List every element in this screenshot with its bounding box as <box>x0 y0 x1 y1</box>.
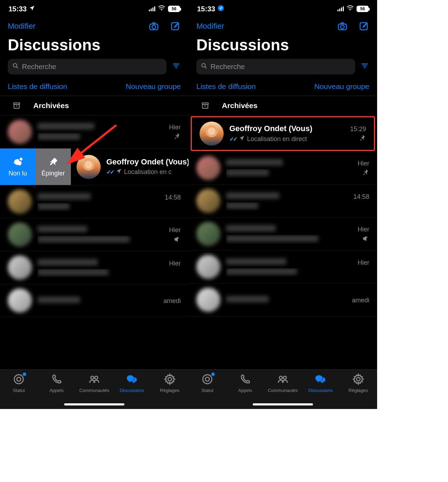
status-ring-icon <box>201 373 213 386</box>
wifi-icon <box>158 5 165 13</box>
svg-line-5 <box>17 67 18 68</box>
filter-button[interactable] <box>360 61 369 72</box>
tab-communities[interactable]: Communautés <box>264 373 302 393</box>
chat-row[interactable]: 14:58 <box>0 185 189 218</box>
status-ring-icon <box>13 373 25 386</box>
search-input[interactable]: Recherche <box>8 59 167 74</box>
svg-point-32 <box>203 375 212 384</box>
pin-icon <box>359 135 366 144</box>
avatar <box>8 190 32 214</box>
chat-bubbles-icon <box>314 373 326 386</box>
edit-button[interactable]: Modifier <box>196 22 224 31</box>
cellular-signal-icon <box>149 6 155 11</box>
avatar <box>196 255 220 279</box>
chat-name: Geoffroy Ondet (Vous) <box>106 157 189 167</box>
camera-button[interactable] <box>337 21 348 32</box>
chat-name-blurred <box>226 295 269 304</box>
avatar <box>77 155 101 179</box>
tab-calls[interactable]: Appels <box>226 373 264 393</box>
mute-icon <box>362 235 369 244</box>
archived-row[interactable]: Archivées <box>189 96 377 116</box>
tab-label: Réglages <box>348 388 368 393</box>
chat-row[interactable]: Hier <box>0 218 189 251</box>
chat-row[interactable]: Hier <box>189 251 377 284</box>
search-input[interactable]: Recherche <box>196 59 355 74</box>
chat-row[interactable]: amedi <box>189 284 377 316</box>
chat-row[interactable]: Hier <box>0 116 189 148</box>
chat-preview: Localisation en direct <box>247 135 307 143</box>
tab-label: Statut <box>13 388 25 393</box>
tab-status[interactable]: Statut <box>189 373 226 393</box>
archived-label: Archivées <box>222 101 257 110</box>
tab-communities[interactable]: Communautés <box>75 373 113 393</box>
location-arrow-icon <box>29 5 35 13</box>
tab-bar: Statut Appels Communautés Discussions Ré… <box>189 369 377 409</box>
compose-button[interactable] <box>358 21 369 32</box>
highlighted-chat-row: Geoffroy Ondet (Vous) 15:29 ✓✓ Localisat… <box>191 116 375 151</box>
svg-point-35 <box>283 376 286 380</box>
pin-icon <box>174 133 181 142</box>
chat-row[interactable]: Hier <box>189 152 377 185</box>
filter-button[interactable] <box>172 61 181 72</box>
chat-name-blurred <box>226 224 276 234</box>
home-indicator <box>64 403 124 405</box>
chat-row[interactable]: 14:58 <box>189 185 377 218</box>
tab-settings[interactable]: Réglages <box>151 373 189 393</box>
battery-indicator: 56 <box>168 6 180 12</box>
status-time: 15:33 <box>197 5 215 13</box>
avatar <box>196 189 220 213</box>
chat-row[interactable]: Hier <box>189 218 377 251</box>
chat-preview-blurred <box>38 236 130 244</box>
archived-row[interactable]: Archivées <box>0 96 189 116</box>
chat-row[interactable]: Geoffroy Ondet (Vous) 15:29 ✓✓ Localisat… <box>192 117 374 150</box>
chat-name-blurred <box>226 258 286 267</box>
location-icon <box>239 135 245 143</box>
pin-icon <box>362 169 369 178</box>
svg-point-24 <box>202 63 205 67</box>
svg-point-17 <box>95 376 98 380</box>
status-time: 15:33 <box>9 5 27 13</box>
svg-point-18 <box>168 377 172 381</box>
chat-bubbles-icon <box>126 373 138 386</box>
tab-label: Communautés <box>268 388 298 393</box>
chat-preview-blurred <box>38 269 108 277</box>
cellular-signal-icon <box>337 6 344 11</box>
new-group-link[interactable]: Nouveau groupe <box>126 82 181 91</box>
tab-discussions[interactable]: Discussions <box>302 373 339 393</box>
archive-icon <box>196 101 214 110</box>
camera-button[interactable] <box>148 21 159 32</box>
battery-indicator: 56 <box>357 6 369 12</box>
chat-row[interactable]: amedi <box>0 284 189 317</box>
edit-button[interactable]: Modifier <box>8 22 35 31</box>
chat-name-blurred <box>226 158 283 168</box>
avatar <box>8 223 32 247</box>
chat-list[interactable]: Archivées Geoffroy Ondet (Vous) 15:29 ✓✓… <box>189 96 377 369</box>
avatar <box>196 222 220 246</box>
gear-icon <box>164 373 176 386</box>
swipe-pin-button[interactable]: Épingler <box>35 148 71 185</box>
chat-row[interactable]: Hier <box>0 251 189 284</box>
tab-discussions[interactable]: Discussions <box>113 373 151 393</box>
tab-calls[interactable]: Appels <box>38 373 75 393</box>
chat-time: Hier <box>358 226 369 233</box>
chat-name-blurred <box>38 225 87 234</box>
swipe-pin-label: Épingler <box>41 170 65 177</box>
svg-rect-10 <box>14 105 19 108</box>
chat-list[interactable]: Archivées Hier Non lu <box>0 96 189 369</box>
chat-name-blurred <box>38 258 98 268</box>
chat-row-swiped[interactable]: Non lu Épingler Geoffroy Ondet (Vous) ✓✓… <box>0 148 189 185</box>
archived-label: Archivées <box>33 101 69 110</box>
broadcast-lists-link[interactable]: Listes de diffusion <box>8 82 67 91</box>
new-group-link[interactable]: Nouveau groupe <box>314 82 369 91</box>
broadcast-lists-link[interactable]: Listes de diffusion <box>196 82 256 91</box>
tab-label: Appels <box>50 388 64 393</box>
svg-point-33 <box>206 377 209 381</box>
svg-point-15 <box>17 377 21 381</box>
compose-button[interactable] <box>169 21 181 32</box>
tab-label: Statut <box>201 388 213 393</box>
tab-settings[interactable]: Réglages <box>340 373 377 393</box>
svg-point-20 <box>350 10 351 11</box>
svg-point-16 <box>91 376 94 380</box>
tab-status[interactable]: Statut <box>0 373 38 393</box>
swipe-unread-button[interactable]: Non lu <box>0 148 35 185</box>
